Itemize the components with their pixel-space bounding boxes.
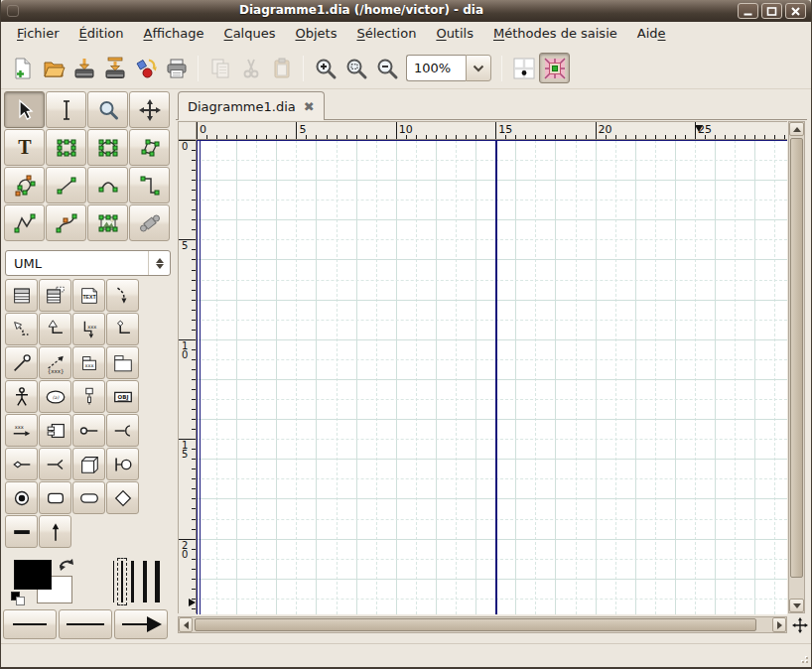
sheet-selector-spinner[interactable] (148, 251, 170, 275)
shape-template-class[interactable] (39, 279, 71, 312)
zoom-out-button[interactable] (371, 53, 402, 83)
menu-objets[interactable]: Objets (285, 22, 346, 48)
canvas[interactable] (197, 140, 787, 614)
foreground-color-swatch[interactable] (14, 560, 52, 590)
shape-final-state[interactable] (5, 481, 38, 514)
shape-aggregation[interactable] (5, 448, 38, 480)
shape-provided-interface[interactable] (72, 414, 105, 447)
save-button[interactable] (68, 53, 99, 83)
tool-bezierline[interactable] (46, 204, 86, 241)
line-width-selector[interactable] (108, 558, 166, 605)
shape-node[interactable] (72, 448, 105, 480)
menu-calques[interactable]: Calques (214, 22, 286, 48)
menu-fichier[interactable]: Fichier (7, 22, 69, 48)
tool-arc[interactable] (87, 167, 128, 203)
menu-methodes-de-saisie[interactable]: Méthodes de saisie (483, 22, 627, 48)
menu-edition[interactable]: Édition (69, 22, 134, 48)
shape-fork[interactable] (5, 515, 38, 548)
sheet-selector[interactable]: UML (5, 250, 171, 276)
menu-affichage[interactable]: Affichage (133, 22, 213, 48)
shape-constraint[interactable]: {xxx} (39, 346, 71, 379)
shape-state[interactable] (39, 481, 71, 514)
shape-association-aggregation[interactable] (106, 313, 139, 345)
tool-text-edit[interactable] (46, 91, 86, 128)
minimize-button[interactable] (738, 3, 758, 19)
shape-transition[interactable] (39, 515, 71, 548)
tool-zigzagline[interactable] (129, 167, 170, 203)
shape-association[interactable]: xxx (72, 313, 105, 345)
tool-ellipse[interactable] (87, 129, 128, 166)
scroll-down-button[interactable] (789, 599, 804, 612)
shape-realizes[interactable] (5, 313, 38, 345)
shape-dependency[interactable] (106, 279, 139, 312)
tab-close-icon[interactable]: ✖ (304, 100, 315, 113)
zoom-value-entry[interactable]: 100% (406, 55, 466, 81)
new-button[interactable] (7, 53, 38, 83)
titlebar[interactable]: Diagramme1.dia (/home/victor) - dia (1, 0, 811, 22)
tool-scroll[interactable] (129, 91, 170, 128)
swap-colors-icon[interactable] (58, 557, 75, 577)
horizontal-scrollbar[interactable] (178, 616, 787, 633)
line-start-style-button[interactable] (3, 609, 57, 639)
pan-button[interactable] (791, 616, 809, 634)
scroll-left-button[interactable] (179, 617, 193, 632)
shape-activity[interactable] (72, 481, 105, 514)
shape-note[interactable]: TEXT (72, 279, 105, 312)
color-selector[interactable] (11, 560, 102, 607)
resize-grip[interactable] (796, 651, 808, 663)
zoom-dropdown-button[interactable] (466, 55, 491, 81)
menu-aide[interactable]: Aide (627, 22, 676, 48)
menu-selection[interactable]: Sélection (346, 22, 426, 48)
vertical-scrollbar[interactable] (788, 121, 805, 613)
tool-line[interactable] (46, 167, 86, 203)
shape-small-package[interactable]: xxx (72, 346, 105, 379)
save-as-button[interactable] (99, 53, 130, 83)
line-width-option-1[interactable] (113, 561, 114, 602)
shape-required-interface[interactable] (106, 414, 139, 447)
shape-generalization[interactable] (39, 313, 71, 345)
tool-polygon[interactable] (129, 129, 170, 166)
tool-outline[interactable] (129, 204, 170, 241)
line-end-style-button[interactable] (114, 609, 168, 639)
tool-image[interactable] (87, 204, 128, 241)
snap-to-objects-button[interactable] (539, 53, 570, 83)
tool-text[interactable]: T (4, 129, 45, 166)
shape-port[interactable] (106, 448, 139, 480)
line-width-option-5[interactable] (155, 561, 160, 602)
line-style-button[interactable] (59, 609, 112, 639)
menu-outils[interactable]: Outils (426, 22, 483, 48)
horizontal-scrollbar-thumb[interactable] (195, 618, 756, 631)
shape-branch[interactable] (106, 481, 139, 514)
shape-implements[interactable] (5, 346, 38, 379)
open-button[interactable] (38, 53, 68, 83)
line-width-option-3[interactable] (131, 561, 134, 602)
tool-modify[interactable] (4, 91, 45, 128)
shape-socket[interactable] (39, 448, 71, 480)
zoom-fit-button[interactable] (340, 53, 371, 83)
scroll-up-button[interactable] (789, 122, 804, 136)
export-button[interactable] (130, 53, 161, 83)
shape-component[interactable] (39, 414, 71, 447)
shape-actor[interactable] (5, 380, 38, 413)
scroll-right-button[interactable] (772, 617, 786, 632)
maximize-button[interactable] (761, 3, 782, 19)
shape-class[interactable] (5, 279, 38, 312)
vertical-scrollbar-thumb[interactable] (790, 138, 803, 578)
print-button[interactable] (161, 53, 192, 83)
shape-large-package[interactable] (106, 346, 139, 379)
shape-usecase[interactable]: (a) (39, 380, 71, 413)
line-width-option-4[interactable] (143, 561, 147, 602)
shape-object[interactable]: OBJ (106, 380, 139, 413)
shape-message[interactable]: xxx (5, 414, 38, 447)
document-tab[interactable]: Diagramme1.dia ✖ (178, 91, 325, 120)
ruler-tick (764, 135, 765, 140)
tool-polyline[interactable] (4, 204, 45, 241)
zoom-in-button[interactable] (310, 53, 340, 83)
tool-box[interactable] (46, 129, 86, 166)
shape-lifeline[interactable] (72, 380, 105, 413)
tool-beziergon[interactable] (4, 167, 45, 203)
tool-magnify[interactable] (87, 91, 128, 128)
snap-to-grid-button[interactable] (508, 53, 539, 83)
default-colors-icon[interactable] (11, 592, 27, 607)
close-button[interactable] (785, 3, 806, 19)
